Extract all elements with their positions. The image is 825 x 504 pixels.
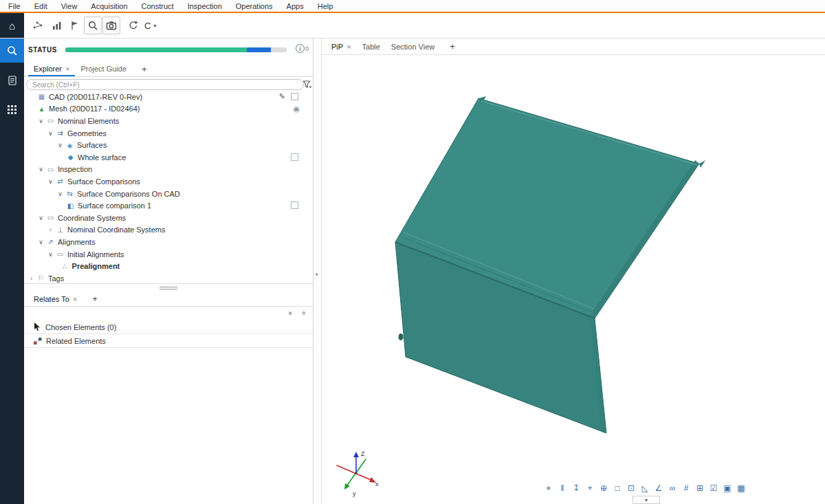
tree-item-mesh-20d0117-id02464[interactable]: ▲Mesh (20D0117 - ID02464)◉: [24, 103, 313, 116]
menu-item-edit[interactable]: Edit: [28, 2, 54, 10]
close-icon[interactable]: ×: [346, 43, 351, 51]
visibility-checkbox[interactable]: [291, 201, 298, 209]
histogram-button[interactable]: [48, 17, 66, 34]
search-tool-button[interactable]: [84, 17, 102, 34]
chevron-down-icon[interactable]: ▾: [153, 23, 156, 29]
rail-search-button[interactable]: [0, 39, 24, 63]
tree-item-whole-surface[interactable]: ◆Whole surface: [24, 151, 313, 164]
snapshot-button[interactable]: [102, 17, 120, 34]
chosen-elements-row[interactable]: Chosen Elements (0): [24, 320, 313, 334]
menu-item-inspection[interactable]: Inspection: [181, 2, 229, 10]
chevron-down-icon[interactable]: ∨: [36, 166, 45, 173]
tree-item-nominal-coordinate-systems[interactable]: ›⊥Nominal Coordinate Systems: [24, 224, 313, 237]
home-button[interactable]: ⌂: [0, 13, 24, 38]
chevron-down-icon[interactable]: ∨: [46, 178, 55, 185]
refresh-icon: [128, 20, 139, 31]
apps-grid-icon: [7, 105, 17, 115]
related-elements-row[interactable]: Related Elements: [24, 334, 313, 348]
angle-measure-icon[interactable]: ∠: [653, 483, 664, 494]
close-icon[interactable]: ×: [65, 65, 69, 73]
menu-item-acquisition[interactable]: Acquisition: [84, 2, 134, 10]
tree-item-cad-20d0117-rev-0-rev[interactable]: ▦CAD (20D0117-REV 0-Rev)✎: [24, 91, 313, 103]
menu-item-apps[interactable]: Apps: [280, 2, 311, 10]
axis-triad: Z x y: [337, 450, 379, 497]
select-elements-icon[interactable]: ⌖: [543, 483, 554, 494]
tab-project-guide[interactable]: Project Guide: [75, 61, 132, 76]
menu-item-view[interactable]: View: [54, 2, 85, 10]
status-info[interactable]: i 0: [296, 44, 309, 53]
tree-item-label: Coordinate Systems: [58, 214, 126, 222]
search-input[interactable]: [26, 79, 304, 90]
chevron-right-icon[interactable]: ›: [27, 275, 36, 282]
checked-elements-icon[interactable]: ☑: [708, 483, 719, 494]
attach-element-icon[interactable]: ⊕: [598, 483, 609, 494]
tree-item-nominal-elements[interactable]: ∨▭Nominal Elements: [24, 115, 313, 127]
rectangle-selection-icon[interactable]: □: [612, 483, 623, 494]
tree-item-tags[interactable]: ›⚐Tags: [24, 272, 313, 285]
tree-item-prealignment[interactable]: ∴Prealignment: [24, 260, 313, 272]
refresh-button[interactable]: [124, 17, 142, 34]
tree-item-surface-comparisons[interactable]: ∨⇄Surface Comparisons: [24, 175, 313, 188]
move-part-icon[interactable]: +: [584, 483, 595, 494]
tab-table[interactable]: Table: [357, 39, 386, 54]
tab-relates-to[interactable]: Relates To ×: [28, 292, 82, 306]
layout-windows-icon[interactable]: ▦: [736, 483, 747, 494]
tab-pip[interactable]: PiP ×: [326, 39, 357, 54]
grid-snap-icon[interactable]: #: [681, 483, 692, 494]
collapse-panel-arrow[interactable]: ◂: [315, 271, 318, 277]
c-tool-button[interactable]: C ▾: [142, 17, 159, 34]
add-view-tab-button[interactable]: +: [450, 41, 455, 52]
viewport: PiP × Table Section View +: [322, 39, 825, 504]
menu-item-operations[interactable]: Operations: [229, 2, 280, 10]
close-icon[interactable]: ×: [73, 295, 77, 303]
tree-item-initial-alignments[interactable]: ∨▭Initial Alignments: [24, 248, 313, 261]
expand-all-icon[interactable]: »: [300, 311, 308, 316]
visibility-eye-icon[interactable]: ◉: [293, 103, 300, 115]
rail-report-button[interactable]: [0, 68, 24, 92]
add-relates-tab-button[interactable]: +: [92, 294, 98, 304]
collapse-all-icon[interactable]: »: [287, 311, 294, 316]
splitter-grip[interactable]: [160, 287, 177, 289]
link-elements-icon[interactable]: ∞: [667, 483, 678, 494]
chosen-elements-label: Chosen Elements (0): [45, 323, 116, 331]
3d-viewport[interactable]: Z x y: [322, 39, 825, 504]
chevron-down-icon[interactable]: ∨: [56, 142, 65, 149]
tree-item-inspection[interactable]: ∨▭Inspection: [24, 164, 313, 176]
tab-section-view[interactable]: Section View: [386, 39, 440, 54]
add-tab-button[interactable]: +: [142, 64, 147, 74]
compare-views-icon[interactable]: ‖: [557, 483, 568, 494]
viewport-overflow-button[interactable]: ▾: [632, 496, 660, 504]
folder-icon: ▭: [45, 214, 56, 221]
menu-item-construct[interactable]: Construct: [135, 2, 181, 10]
tree-item-coordinate-systems[interactable]: ∨▭Coordinate Systems: [24, 212, 313, 224]
histogram-icon: [52, 20, 63, 31]
tree-item-surface-comparisons-on-cad[interactable]: ∨⇆Surface Comparisons On CAD: [24, 188, 313, 200]
tree-item-alignments[interactable]: ∨⇗Alignments: [24, 236, 313, 248]
alignment-tool-button[interactable]: [29, 17, 47, 34]
chevron-down-icon[interactable]: ∨: [36, 118, 45, 124]
tree-item-geometries[interactable]: ∨⇉Geometries: [24, 127, 313, 140]
menu-item-file[interactable]: File: [1, 2, 28, 10]
section-view-icon[interactable]: ⊡: [626, 483, 637, 494]
fit-view-icon[interactable]: ⊞: [694, 483, 705, 494]
visibility-checkbox[interactable]: [291, 93, 298, 100]
export-view-icon[interactable]: ▣: [722, 483, 733, 494]
chevron-down-icon[interactable]: ∨: [36, 215, 45, 221]
tags-icon: ⚐: [36, 274, 46, 282]
chevron-down-icon[interactable]: ∨: [36, 239, 45, 245]
import-stage-icon[interactable]: ↧: [571, 483, 582, 494]
edit-icon[interactable]: ✎: [279, 91, 285, 102]
tab-explorer[interactable]: Explorer ×: [28, 61, 75, 76]
menu-item-help[interactable]: Help: [311, 2, 340, 10]
tree-item-surface-comparison-1[interactable]: ◧Surface comparison 1: [24, 199, 313, 212]
flag-button[interactable]: [66, 17, 84, 34]
rail-apps-button[interactable]: [0, 98, 24, 122]
chevron-down-icon[interactable]: ∨: [46, 251, 55, 258]
visibility-checkbox[interactable]: [291, 153, 298, 161]
chevron-down-icon[interactable]: ∨: [46, 130, 55, 137]
chevron-down-icon[interactable]: ∨: [56, 190, 65, 197]
measure-triangle-icon[interactable]: ◺: [639, 483, 650, 494]
chevron-right-icon[interactable]: ›: [46, 226, 55, 233]
panel-splitter[interactable]: [24, 283, 313, 292]
tree-item-surfaces[interactable]: ∨◈Surfaces: [24, 139, 313, 151]
